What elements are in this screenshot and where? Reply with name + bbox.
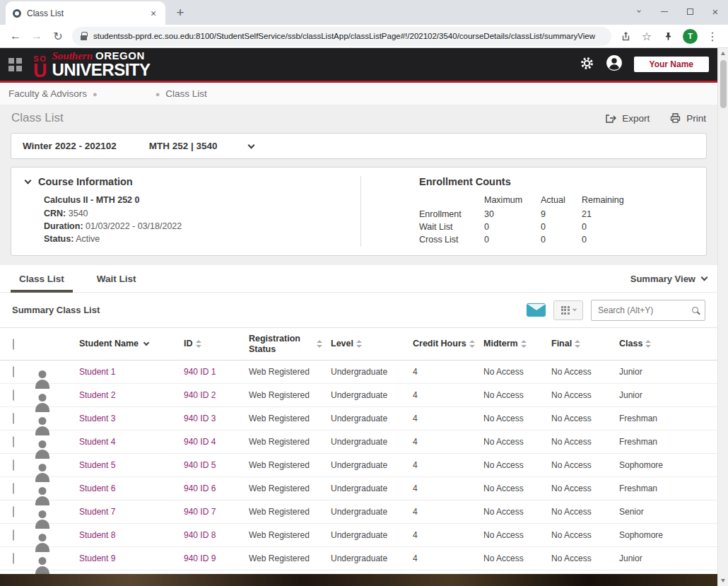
select-all-checkbox[interactable] [13,339,14,350]
settings-gear-icon[interactable] [580,56,594,74]
term-course-selector[interactable]: Winter 2022 - 202102 MTH 252 | 3540 [11,133,707,159]
credit-hours: 4 [413,553,418,563]
header-level[interactable]: Level [327,328,409,361]
search-input[interactable] [598,305,688,315]
tab-class-list[interactable]: Class List [11,265,73,292]
row-checkbox[interactable] [13,413,14,424]
page-scrollbar[interactable] [717,48,728,586]
summary-view-selector[interactable]: Summary View [630,265,707,292]
list-toolbar: Summary Class List [0,293,717,327]
header-student-name[interactable]: Student Name [75,328,180,361]
credit-hours: 4 [413,460,418,470]
final: No Access [551,530,592,540]
forward-icon[interactable]: → [27,26,47,46]
search-icon[interactable] [692,307,698,313]
tab-search-icon[interactable] [626,0,652,23]
student-name-link[interactable]: Student 2 [79,390,115,400]
collapse-chevron-icon[interactable] [25,177,32,184]
scrollbar-thumb[interactable] [720,60,727,108]
scroll-down-icon[interactable] [718,575,728,586]
secure-lock-icon[interactable] [81,35,87,40]
midterm: No Access [483,507,524,517]
view-chevron-down-icon [701,274,708,281]
user-profile-icon[interactable] [606,54,623,74]
export-button[interactable]: Export [605,112,650,124]
student-id-link[interactable]: 940 ID 6 [184,484,216,493]
browser-menu-icon[interactable]: ⋮ [703,26,722,46]
level: Undergraduate [331,553,387,563]
student-name-link[interactable]: Student 9 [79,553,115,563]
column-options-button[interactable] [553,300,583,320]
row-checkbox[interactable] [13,506,14,517]
midterm: No Access [483,414,524,423]
student-name-link[interactable]: Student 6 [79,484,115,493]
new-tab-button[interactable]: + [170,3,190,23]
tab-wait-list[interactable]: Wait List [88,265,145,292]
row-checkbox[interactable] [13,529,14,541]
scroll-up-icon[interactable] [718,48,728,59]
row-checkbox[interactable] [13,483,14,494]
class-list-panel: Class List Wait List Summary View Summar… [0,265,717,586]
registration-status: Web Registered [249,530,310,540]
summary-class-list-label: Summary Class List [12,305,100,315]
credit-hours: 4 [413,484,418,493]
header-final[interactable]: Final [547,328,615,361]
student-id-link[interactable]: 940 ID 4 [184,437,216,447]
student-id-link[interactable]: 940 ID 7 [184,507,216,517]
sort-icons [356,340,362,348]
export-icon [605,113,617,124]
selector-chevron-down-icon[interactable] [247,141,254,148]
bookmark-star-icon[interactable]: ☆ [637,26,657,46]
email-icon[interactable] [527,303,546,317]
minimize-button[interactable] [652,0,677,23]
header-midterm[interactable]: Midterm [479,328,547,361]
student-name-link[interactable]: Student 5 [79,460,115,470]
user-name-button[interactable]: Your Name [634,57,709,72]
close-button[interactable]: × [703,0,728,23]
student-id-link[interactable]: 940 ID 8 [184,530,216,540]
header-id[interactable]: ID [180,328,245,361]
class-standing: Freshman [619,437,657,447]
student-id-link[interactable]: 940 ID 9 [184,553,216,563]
back-icon[interactable]: ← [6,26,25,46]
student-id-link[interactable]: 940 ID 2 [184,390,216,400]
window-controls: × [626,0,728,23]
share-icon[interactable] [616,26,635,46]
maximize-button[interactable] [677,0,703,23]
student-id-link[interactable]: 940 ID 1 [184,367,216,377]
final: No Access [551,484,592,493]
profile-avatar[interactable]: T [683,29,698,44]
row-checkbox[interactable] [13,553,14,564]
browser-tab[interactable]: Class List × [6,1,165,25]
student-id-link[interactable]: 940 ID 3 [184,414,216,423]
student-id-link[interactable]: 940 ID 5 [184,460,216,470]
tab-close-icon[interactable]: × [147,7,160,20]
course-label: MTH 252 | 3540 [149,141,218,151]
url-field[interactable]: studentssb-pprd.ec.sou.edu:8100/StudentS… [72,27,611,46]
row-checkbox[interactable] [13,389,14,401]
student-name-link[interactable]: Student 7 [79,507,115,517]
student-name-link[interactable]: Student 4 [79,437,115,447]
credit-hours: 4 [413,414,418,423]
level: Undergraduate [331,414,387,423]
student-name-link[interactable]: Student 3 [79,414,115,423]
header-credit-hours[interactable]: Credit Hours [409,328,479,361]
class-standing: Junior [619,390,642,400]
extension-pin-icon[interactable] [658,26,678,46]
desktop-wallpaper-strip [0,574,717,586]
print-button[interactable]: Print [669,112,706,124]
final: No Access [551,437,592,447]
final: No Access [551,460,592,470]
header-registration-status[interactable]: Registration Status [245,328,327,361]
apps-grid-icon[interactable] [8,58,22,71]
student-name-link[interactable]: Student 8 [79,530,115,540]
student-name-link[interactable]: Student 1 [79,367,115,377]
row-checkbox[interactable] [13,459,14,471]
row-checkbox[interactable] [13,366,14,377]
header-class[interactable]: Class [615,328,717,361]
row-checkbox[interactable] [13,436,14,447]
midterm: No Access [483,484,524,493]
breadcrumb-faculty-advisors[interactable]: Faculty & Advisors [8,88,87,99]
refresh-icon[interactable]: ↻ [48,26,68,46]
class-standing: Sophomore [619,460,663,470]
